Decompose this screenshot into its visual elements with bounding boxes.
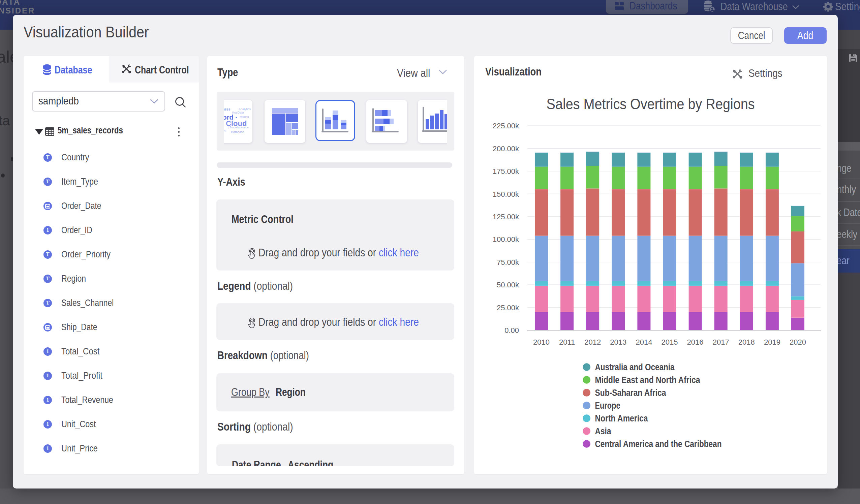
svg-text:Asia: Asia — [595, 426, 611, 436]
svg-text:Sub-Saharan Africa: Sub-Saharan Africa — [595, 387, 666, 398]
svg-text:175.00k: 175.00k — [493, 167, 519, 175]
svg-text:Central America and the Caribb: Central America and the Caribbean — [595, 438, 722, 449]
svg-text:Middle East and North Africa: Middle East and North Africa — [595, 375, 700, 385]
svg-text:2015: 2015 — [661, 338, 678, 346]
svg-text:2016: 2016 — [687, 338, 704, 346]
svg-text:2011: 2011 — [559, 338, 575, 346]
svg-text:75.00k: 75.00k — [497, 258, 519, 267]
svg-text:225.00k: 225.00k — [493, 121, 519, 130]
svg-text:2012: 2012 — [584, 338, 601, 346]
svg-text:Australia and Oceania: Australia and Oceania — [595, 362, 675, 372]
svg-text:50.00k: 50.00k — [497, 280, 519, 289]
svg-text:2019: 2019 — [764, 338, 780, 346]
svg-text:200.00k: 200.00k — [493, 145, 519, 153]
svg-text:2018: 2018 — [739, 338, 755, 346]
svg-text:150.00k: 150.00k — [493, 190, 519, 199]
svg-text:North America: North America — [595, 413, 648, 423]
svg-text:Europe: Europe — [595, 400, 620, 411]
svg-text:2010: 2010 — [533, 338, 550, 346]
svg-text:100.00k: 100.00k — [493, 235, 519, 244]
svg-text:25.00k: 25.00k — [497, 304, 519, 312]
svg-text:125.00k: 125.00k — [493, 213, 519, 221]
svg-text:0.00: 0.00 — [504, 326, 519, 334]
svg-text:Sales Metrics Overtime by Regi: Sales Metrics Overtime by Regions — [547, 95, 755, 113]
svg-text:2020: 2020 — [790, 338, 806, 346]
svg-text:2013: 2013 — [610, 338, 627, 346]
svg-text:2017: 2017 — [713, 338, 729, 346]
svg-text:2014: 2014 — [635, 338, 652, 346]
